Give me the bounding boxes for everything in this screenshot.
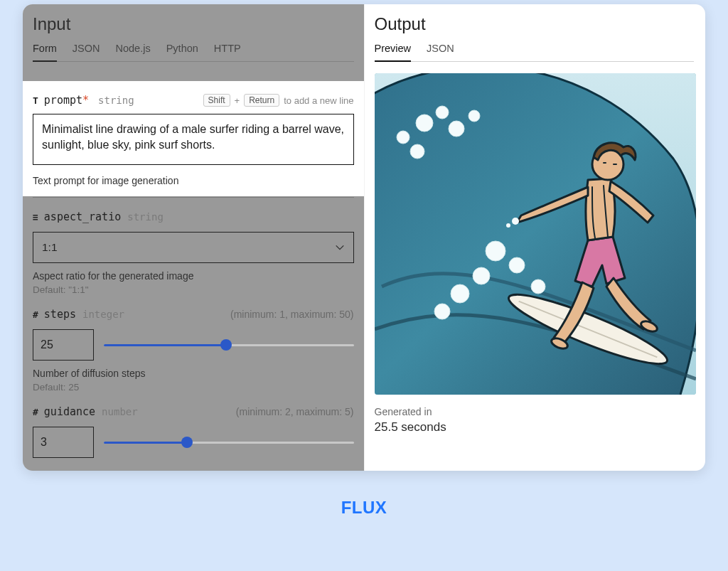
guidance-input[interactable]: 3 xyxy=(33,427,94,458)
generated-in-label: Generated in xyxy=(375,406,695,417)
guidance-range: (minimum: 2, maximum: 5) xyxy=(236,406,354,417)
svg-point-5 xyxy=(410,144,424,159)
steps-name: steps xyxy=(44,308,76,321)
required-marker: * xyxy=(82,94,89,107)
number-type-icon: # xyxy=(33,309,38,320)
aspect-ratio-field: ≡ aspect_ratio string 1:1 Aspect ratio f… xyxy=(33,197,354,295)
kbd-return: Return xyxy=(244,94,279,107)
svg-point-10 xyxy=(531,279,545,294)
svg-point-8 xyxy=(509,257,525,273)
input-pane: Input Form JSON Node.js Python HTTP T pr… xyxy=(23,4,365,471)
svg-point-12 xyxy=(434,304,450,319)
text-type-icon: T xyxy=(33,95,38,106)
steps-description: Number of diffusion steps xyxy=(33,368,354,379)
tab-out-json[interactable]: JSON xyxy=(427,43,454,61)
hint-plus: + xyxy=(235,95,240,106)
aspect-ratio-default: Default: "1:1" xyxy=(33,284,354,295)
svg-point-2 xyxy=(436,106,449,119)
aspect-ratio-value: 1:1 xyxy=(42,241,58,254)
steps-input[interactable]: 25 xyxy=(33,329,94,361)
output-tabs: Preview JSON xyxy=(375,43,695,62)
hint-text: to add a new line xyxy=(284,95,353,106)
steps-default: Default: 25 xyxy=(33,382,354,393)
tab-form[interactable]: Form xyxy=(33,43,57,61)
steps-type: integer xyxy=(82,309,124,320)
svg-point-9 xyxy=(473,267,490,284)
output-pane: Output Preview JSON xyxy=(365,4,706,471)
chevron-down-icon xyxy=(335,242,345,252)
generated-time: 25.5 seconds xyxy=(375,420,695,434)
number-type-icon-2: # xyxy=(33,407,38,417)
prompt-field: T prompt* string Shift + Return to add a… xyxy=(23,81,364,196)
svg-point-11 xyxy=(451,284,469,303)
steps-slider[interactable] xyxy=(104,338,354,351)
svg-point-7 xyxy=(486,241,505,261)
tab-json[interactable]: JSON xyxy=(73,43,100,61)
steps-field: # steps integer (minimum: 1, maximum: 50… xyxy=(33,295,354,393)
aspect-ratio-select[interactable]: 1:1 xyxy=(33,232,354,263)
tab-nodejs[interactable]: Node.js xyxy=(116,43,151,61)
svg-point-6 xyxy=(397,131,410,144)
prompt-hint: Shift + Return to add a new line xyxy=(203,94,354,107)
steps-range: (minimum: 1, maximum: 50) xyxy=(230,309,353,320)
prompt-textarea[interactable] xyxy=(33,114,354,165)
guidance-name: guidance xyxy=(44,405,95,418)
app-frame: Input Form JSON Node.js Python HTTP T pr… xyxy=(23,4,705,471)
aspect-ratio-name: aspect_ratio xyxy=(44,210,121,223)
output-title: Output xyxy=(375,14,695,34)
tab-http[interactable]: HTTP xyxy=(214,43,241,61)
aspect-ratio-description: Aspect ratio for the generated image xyxy=(33,270,354,282)
prompt-type: string xyxy=(98,95,134,106)
svg-point-1 xyxy=(416,114,433,132)
guidance-field: # guidance number (minimum: 2, maximum: … xyxy=(33,393,354,458)
svg-point-3 xyxy=(449,121,464,137)
guidance-type: number xyxy=(102,406,138,417)
prompt-name: prompt xyxy=(44,94,82,107)
prompt-description: Text prompt for image generation xyxy=(33,175,354,186)
tab-preview[interactable]: Preview xyxy=(375,43,412,61)
svg-point-4 xyxy=(469,110,480,122)
list-type-icon: ≡ xyxy=(33,212,38,223)
brand-label: FLUX xyxy=(0,498,728,518)
input-title: Input xyxy=(33,14,354,34)
svg-point-21 xyxy=(506,223,510,228)
aspect-ratio-type: string xyxy=(127,211,164,223)
kbd-shift: Shift xyxy=(203,94,230,107)
output-image xyxy=(375,73,696,395)
surfer-illustration xyxy=(375,73,696,395)
input-tabs: Form JSON Node.js Python HTTP xyxy=(33,43,354,62)
svg-point-20 xyxy=(512,218,519,225)
tab-python[interactable]: Python xyxy=(166,43,198,61)
guidance-slider[interactable] xyxy=(104,436,354,449)
